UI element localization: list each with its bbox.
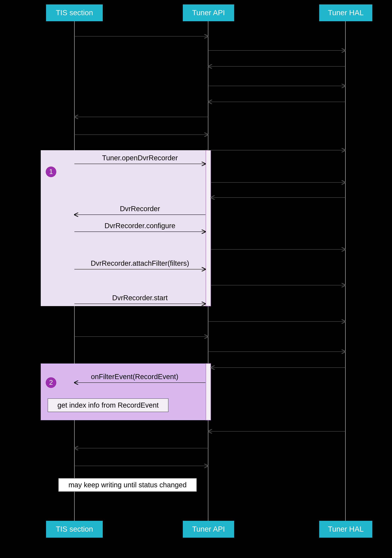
msg-open-dvr-label: Tuner.openDvrRecorder bbox=[102, 154, 178, 162]
msg-dvr-recorder-label: DvrRecorder bbox=[120, 205, 160, 213]
note-index-info: get index info from RecordEvent bbox=[57, 401, 158, 409]
msg-on-filter-event-label: onFilterEvent(RecordEvent) bbox=[91, 373, 178, 381]
actor-api-bottom-label: Tuner API bbox=[192, 525, 225, 533]
badge-2-text: 2 bbox=[49, 379, 53, 386]
note-keep-writing: may keep writing until status changed bbox=[68, 481, 187, 489]
actor-hal-top-label: Tuner HAL bbox=[328, 9, 364, 17]
msg-attach-label: DvrRecorder.attachFilter(filters) bbox=[91, 259, 189, 267]
msg-start-label: DvrRecorder.start bbox=[112, 294, 168, 302]
actor-tis-top-label: TIS section bbox=[56, 9, 93, 17]
sequence-diagram: 1 2 Tuner.openDvrRecorder DvrRecorder Dv… bbox=[0, 0, 392, 558]
msg-configure-label: DvrRecorder.configure bbox=[105, 222, 175, 230]
activation-api-frag1 bbox=[206, 150, 211, 306]
actor-tis-bottom-label: TIS section bbox=[56, 525, 93, 533]
badge-1-text: 1 bbox=[49, 168, 53, 175]
activation-api-frag2 bbox=[206, 364, 211, 420]
actor-hal-bottom-label: Tuner HAL bbox=[328, 525, 364, 533]
actor-api-top-label: Tuner API bbox=[192, 9, 225, 17]
